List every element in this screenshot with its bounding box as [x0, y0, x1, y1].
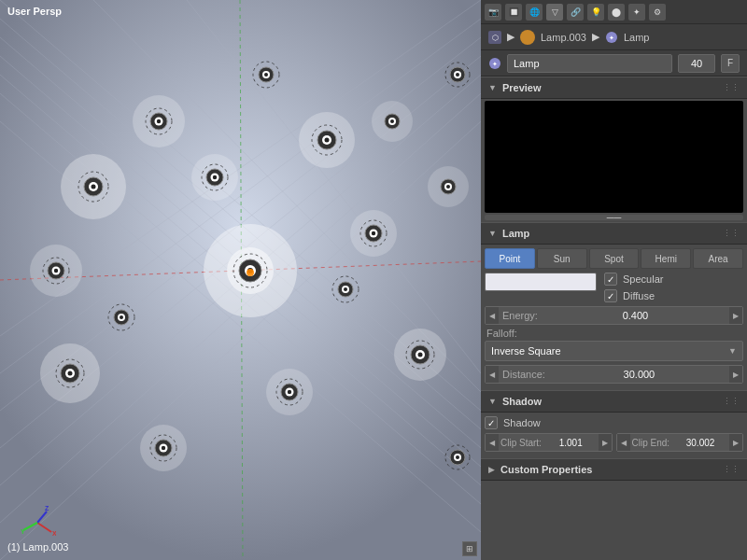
shadow-drag-handle: ⋮⋮: [723, 397, 740, 406]
diffuse-checkbox-item: Diffuse: [604, 289, 663, 302]
datablock-icon: ✦: [488, 57, 501, 70]
svg-point-69: [390, 119, 394, 123]
datablock-name-field[interactable]: [507, 54, 672, 73]
lamp-data-name: Lamp: [624, 32, 650, 43]
svg-point-57: [288, 390, 291, 394]
diffuse-text: Diffuse: [623, 290, 655, 301]
svg-point-75: [120, 315, 123, 319]
preview-area: [485, 101, 743, 213]
viewport[interactable]: User Persp X Z Y (1) Lamp.003 ⊞: [0, 0, 481, 560]
render-icon[interactable]: 📷: [485, 4, 501, 21]
context-icon: ⬡: [488, 31, 501, 44]
svg-text:Z: Z: [45, 505, 49, 511]
lamp-type-sun[interactable]: Sun: [537, 248, 587, 269]
svg-point-54: [157, 119, 161, 123]
lamp-data-icon: ✦: [605, 31, 618, 44]
lamp-section-header[interactable]: ▼ Lamp ⋮⋮: [481, 222, 747, 245]
svg-text:Y: Y: [21, 528, 25, 535]
particles-icon[interactable]: ✦: [628, 4, 645, 21]
shadow-section-header[interactable]: ▼ Shadow ⋮⋮: [481, 390, 747, 413]
shadow-section-content: Shadow ◀ Clip Start: 1.001 ▶ ◀ Clip End:…: [481, 413, 747, 458]
shadow-triangle-icon: ▼: [488, 397, 497, 406]
expand-button[interactable]: ⊞: [462, 541, 477, 556]
physics-icon[interactable]: ⚙: [649, 4, 666, 21]
viewport-bottom-label: (1) Lamp.003: [7, 541, 68, 553]
lamp-section-title: Lamp: [502, 228, 529, 239]
diffuse-checkbox[interactable]: [604, 289, 617, 302]
svg-point-66: [372, 231, 375, 235]
specular-text: Specular: [623, 273, 663, 285]
svg-text:✦: ✦: [492, 61, 498, 67]
lamp-color-swatch[interactable]: [485, 273, 597, 291]
properties-panel: 📷 🔲 🌐 ▽ 🔗 💡 ⬤ ✦ ⚙ ⬡ ▶ Lamp.003 ▶ ✦ Lamp …: [481, 0, 747, 560]
shadow-section-title: Shadow: [502, 396, 542, 407]
lamp-type-spot[interactable]: Spot: [589, 248, 640, 269]
lamp-type-hemi[interactable]: Hemi: [641, 248, 691, 269]
falloff-dropdown[interactable]: Inverse Square ▼: [485, 341, 743, 361]
svg-point-39: [92, 185, 96, 189]
svg-text:X: X: [52, 530, 56, 537]
svg-point-81: [264, 73, 268, 77]
svg-point-36: [247, 269, 254, 276]
constraints-icon[interactable]: 🔗: [567, 4, 584, 21]
svg-text:✦: ✦: [609, 35, 614, 41]
lamp-object-name: Lamp.003: [541, 32, 586, 43]
lamp-type-point[interactable]: Point: [485, 248, 535, 269]
lamp-type-area[interactable]: Area: [693, 248, 743, 269]
custom-properties-header[interactable]: ▶ Custom Properties ⋮⋮: [481, 458, 747, 481]
lamp-section-content: Point Sun Spot Hemi Area true Specular D…: [481, 245, 747, 390]
svg-point-60: [54, 269, 58, 273]
shadow-checkbox[interactable]: [485, 416, 498, 429]
specular-checkbox[interactable]: [604, 273, 617, 286]
data-icon[interactable]: 💡: [587, 4, 604, 21]
panel-topbar: 📷 🔲 🌐 ▽ 🔗 💡 ⬤ ✦ ⚙: [481, 0, 747, 24]
distance-value: 30.000: [549, 369, 729, 380]
material-icon[interactable]: ⬤: [608, 4, 625, 21]
clip-end-field[interactable]: ◀ Clip End: 30.002 ▶: [616, 433, 744, 452]
distance-left-arrow[interactable]: ◀: [486, 366, 499, 383]
datablock-row: ✦ F: [481, 50, 747, 77]
lamp-triangle-icon: ▼: [488, 229, 497, 238]
distance-right-arrow[interactable]: ▶: [729, 366, 742, 383]
clip-start-left-arrow[interactable]: ◀: [486, 434, 499, 451]
falloff-dropdown-arrow: ▼: [728, 346, 737, 356]
datablock-f-button[interactable]: F: [721, 54, 740, 73]
svg-line-105: [37, 511, 47, 523]
svg-point-42: [325, 138, 330, 143]
clip-start-value: 1.001: [543, 438, 599, 448]
clip-end-col: ◀ Clip End: 30.002 ▶: [616, 433, 744, 452]
svg-text:⬡: ⬡: [492, 34, 499, 42]
viewport-label: User Persp: [7, 6, 62, 17]
energy-left-arrow[interactable]: ◀: [486, 307, 499, 324]
scene-icon[interactable]: 🔲: [505, 4, 522, 21]
clip-start-field[interactable]: ◀ Clip Start: 1.001 ▶: [485, 433, 613, 452]
clip-end-right-arrow[interactable]: ▶: [729, 434, 742, 451]
world-icon[interactable]: 🌐: [526, 4, 543, 21]
clip-end-value: 30.002: [671, 438, 729, 448]
energy-right-arrow[interactable]: ▶: [729, 307, 742, 324]
object-icon[interactable]: ▽: [546, 4, 563, 21]
svg-line-104: [37, 523, 51, 532]
energy-field[interactable]: ◀ Energy: 0.400 ▶: [485, 306, 743, 325]
breadcrumb-sep1: ▶: [507, 31, 514, 43]
clip-start-label: Clip Start:: [499, 438, 543, 448]
preview-title: Preview: [502, 82, 542, 93]
svg-point-72: [446, 185, 450, 189]
specular-checkbox-item: true Specular: [604, 273, 663, 286]
svg-point-84: [456, 73, 459, 77]
svg-line-106: [23, 523, 37, 530]
svg-point-78: [344, 287, 347, 291]
clip-start-right-arrow[interactable]: ▶: [599, 434, 612, 451]
preview-divider[interactable]: ──: [485, 215, 743, 220]
breadcrumb: ⬡ ▶ Lamp.003 ▶ ✦ Lamp: [481, 24, 747, 50]
shadow-checkbox-row: Shadow: [485, 416, 743, 429]
distance-field[interactable]: ◀ Distance: 30.000 ▶: [485, 365, 743, 384]
energy-label: Energy:: [499, 310, 542, 321]
preview-section-header[interactable]: ▼ Preview ⋮⋮: [481, 77, 747, 99]
distance-row: ◀ Distance: 30.000 ▶: [485, 365, 743, 384]
lamp-drag-handle: ⋮⋮: [723, 229, 740, 238]
datablock-number-field[interactable]: [678, 54, 715, 73]
clip-end-left-arrow[interactable]: ◀: [617, 434, 630, 451]
lamp-object-icon: [520, 30, 535, 45]
preview-drag-handle: ⋮⋮: [723, 83, 740, 92]
